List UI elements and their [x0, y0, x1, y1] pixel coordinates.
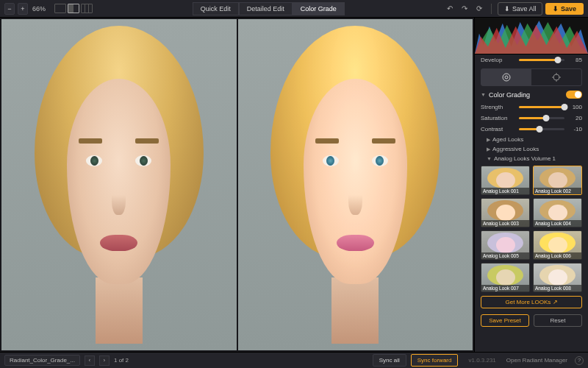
target-tab[interactable]	[531, 69, 581, 85]
after-pane[interactable]	[238, 19, 473, 350]
look-thumb[interactable]: Analog Look 003	[481, 198, 530, 227]
look-label: Analog Look 001	[481, 188, 529, 194]
looks-grid: Analog Look 001 Analog Look 002 Analog L…	[475, 163, 588, 294]
look-label: Analog Look 008	[534, 285, 581, 291]
compare-viewport	[0, 18, 474, 352]
folder-aged looks[interactable]: ▶Aged Looks	[475, 135, 588, 144]
help-icon[interactable]: ?	[575, 356, 584, 365]
color-grading-toggle[interactable]	[566, 91, 582, 99]
before-pane[interactable]	[1, 19, 237, 350]
look-thumb[interactable]: Analog Look 008	[533, 263, 582, 292]
version-label: v1.0.3.231	[468, 357, 495, 364]
chevron-right-icon: ▶	[487, 146, 490, 152]
save-all-button[interactable]: ⬇ Save All	[498, 2, 542, 15]
tab-quick-edit[interactable]: Quick Edit	[193, 2, 239, 15]
save-preset-button[interactable]: Save Preset	[481, 314, 529, 327]
zoom-level: 66%	[32, 5, 46, 13]
save-button[interactable]: ⬇ Save	[545, 3, 584, 15]
look-label: Analog Look 006	[534, 252, 581, 259]
look-thumb[interactable]: Analog Look 006	[533, 230, 582, 260]
look-thumb[interactable]: Analog Look 002 Analog Look 002	[533, 166, 582, 195]
look-label: Analog Look 007	[481, 285, 529, 291]
chevron-down-icon: ▼	[481, 92, 486, 97]
sync-forward-button[interactable]: Sync forward	[411, 354, 459, 367]
develop-slider-row: Develop 85	[475, 54, 588, 66]
view-mode-group	[54, 4, 93, 13]
saturation-label: Saturation	[481, 115, 514, 121]
zoom-out-button[interactable]: −	[4, 3, 15, 15]
contrast-value: -10	[569, 126, 582, 132]
sync-all-button[interactable]: Sync all	[373, 354, 406, 367]
undo-icon[interactable]: ↶	[444, 3, 456, 15]
prev-image-button[interactable]: ‹	[85, 355, 95, 366]
zoom-in-button[interactable]: +	[18, 3, 28, 15]
strength-value: 100	[569, 104, 582, 110]
redo-icon[interactable]: ↷	[459, 3, 470, 15]
refresh-icon[interactable]: ⟳	[473, 3, 485, 15]
svg-point-2	[553, 74, 559, 80]
contrast-slider[interactable]	[519, 128, 564, 130]
look-label: Analog Look 005	[481, 252, 529, 259]
slider-row-strength: Strength 100	[475, 102, 588, 113]
color-grading-header[interactable]: ▼ Color Grading	[475, 88, 588, 102]
strength-label: Strength	[481, 104, 514, 110]
svg-point-1	[505, 76, 508, 79]
folder-aggressive looks[interactable]: ▶Aggressive Looks	[475, 144, 588, 154]
saturation-value: 20	[569, 115, 582, 121]
look-thumb[interactable]: Analog Look 001	[481, 166, 530, 195]
look-label: Analog Look 004	[534, 220, 581, 227]
look-thumb[interactable]: Analog Look 005	[481, 230, 530, 260]
panel-tool-tabs	[481, 68, 582, 86]
look-label: Analog Look 002	[534, 188, 581, 194]
view-single-icon[interactable]	[54, 4, 66, 13]
right-panel: Develop 85 ▼ Color Grading Strength 100 …	[474, 18, 588, 352]
look-thumb[interactable]: Analog Look 007	[481, 263, 530, 292]
strength-slider[interactable]	[519, 106, 564, 108]
reset-button[interactable]: Reset	[534, 314, 582, 327]
filename-dropdown[interactable]: Radiant_Color_Grade_...	[4, 355, 80, 366]
tab-color-grade[interactable]: Color Grade	[293, 2, 345, 15]
chevron-down-icon: ▼	[487, 156, 492, 161]
contrast-label: Contrast	[481, 126, 514, 132]
next-image-button[interactable]: ›	[99, 355, 110, 366]
get-more-looks-button[interactable]: Get More LOOKs ↗	[481, 296, 582, 308]
color-wheel-tab[interactable]	[481, 69, 531, 85]
edit-mode-tabs: Quick Edit Detailed Edit Color Grade	[96, 2, 441, 15]
open-manager-link[interactable]: Open Radiant Manager	[506, 357, 567, 364]
divider	[491, 4, 492, 14]
develop-label: Develop	[481, 57, 514, 63]
folder-analog looks volume 1[interactable]: ▼Analog Looks Volume 1	[475, 154, 588, 163]
look-label: Analog Look 003	[481, 220, 529, 227]
bottom-bar: Radiant_Color_Grade_... ‹ › 1 of 2 Sync …	[0, 352, 588, 368]
top-toolbar: − + 66% Quick Edit Detailed Edit Color G…	[0, 0, 588, 18]
histogram[interactable]	[475, 18, 588, 54]
saturation-slider[interactable]	[519, 117, 564, 119]
chevron-right-icon: ▶	[487, 137, 490, 142]
tab-detailed-edit[interactable]: Detailed Edit	[239, 2, 293, 15]
slider-row-saturation: Saturation 20	[475, 113, 588, 124]
svg-point-0	[503, 74, 510, 81]
develop-slider[interactable]	[519, 59, 564, 61]
slider-row-contrast: Contrast -10	[475, 124, 588, 135]
page-indicator: 1 of 2	[114, 357, 129, 364]
view-filmstrip-icon[interactable]	[81, 4, 93, 13]
look-thumb[interactable]: Analog Look 004	[533, 198, 582, 227]
view-split-icon[interactable]	[68, 4, 79, 13]
develop-value: 85	[569, 57, 582, 63]
